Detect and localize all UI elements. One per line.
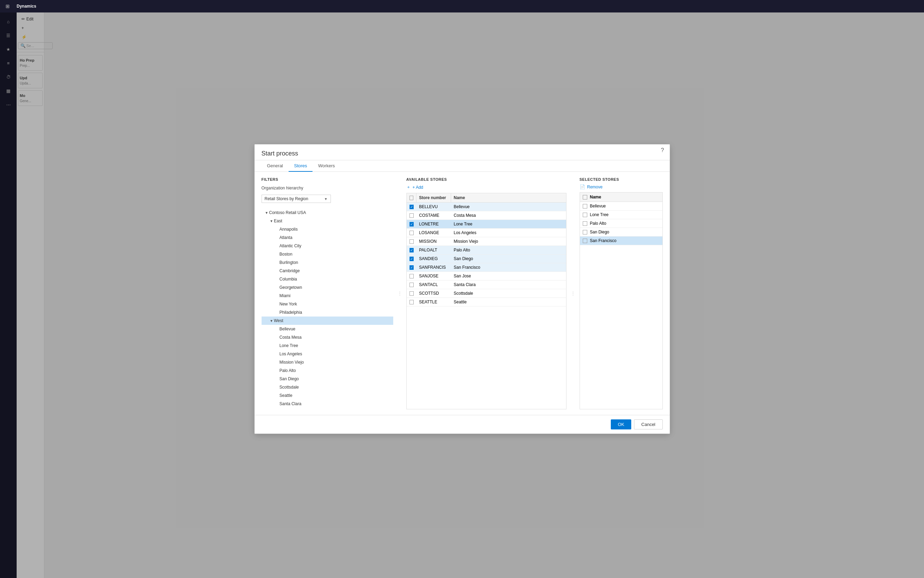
tree-node-new-york[interactable]: New York xyxy=(262,300,393,308)
tree-node-san-francisco[interactable]: San Francisco xyxy=(262,408,393,409)
selected-check-bellevue[interactable] xyxy=(583,204,587,208)
store-row-sanfrancis[interactable]: ✓ SANFRANCIS San Francisco xyxy=(407,263,566,272)
row-checkbox-costame[interactable] xyxy=(410,213,414,218)
resize-handle-2[interactable] xyxy=(572,177,574,409)
selected-row-san-francisco[interactable]: San Francisco xyxy=(580,237,662,245)
tree-toggle-root: ▼ xyxy=(264,211,269,215)
tab-workers[interactable]: Workers xyxy=(312,160,340,172)
add-icon: ＋ xyxy=(407,184,410,190)
selected-row-bellevue[interactable]: Bellevue xyxy=(580,202,662,211)
selected-name-san-francisco: San Francisco xyxy=(590,238,617,243)
tree-label-root: Contoso Retail USA xyxy=(269,210,306,215)
document-icon: 📄 xyxy=(580,184,585,190)
store-row-paloalt[interactable]: ✓ PALOALT Palo Alto xyxy=(407,246,566,255)
app-nav-bar: ⊞ Dynamics xyxy=(0,0,924,13)
tab-general[interactable]: General xyxy=(262,160,289,172)
help-icon[interactable]: ? xyxy=(661,147,664,153)
row-checkbox-sanjose[interactable] xyxy=(410,274,414,278)
header-store-number: Store number xyxy=(416,193,451,202)
row-checkbox-lonetre[interactable]: ✓ xyxy=(410,222,414,226)
dialog-footer: OK Cancel xyxy=(255,415,670,434)
dropdown-value: Retail Stores by Region xyxy=(265,196,323,201)
selected-check-lone-tree[interactable] xyxy=(583,213,587,217)
store-number-mission: MISSION xyxy=(416,237,451,245)
store-row-sanjose[interactable]: SANJOSE San Jose xyxy=(407,272,566,281)
store-name-losange: Los Angeles xyxy=(451,229,566,237)
ok-button[interactable]: OK xyxy=(611,419,631,429)
filters-title: FILTERS xyxy=(262,177,393,182)
tree-node-seattle[interactable]: Seattle xyxy=(262,391,393,399)
tree-node-east[interactable]: ▼ East xyxy=(262,217,393,225)
tree-node-atlantic-city[interactable]: Atlantic City xyxy=(262,242,393,250)
tree-node-georgetown[interactable]: Georgetown xyxy=(262,283,393,292)
tree-node-lone-tree[interactable]: Lone Tree xyxy=(262,341,393,350)
tree-node-scottsdale[interactable]: Scottsdale xyxy=(262,383,393,391)
tree-node-cambridge[interactable]: Cambridge xyxy=(262,267,393,275)
add-store-button[interactable]: ＋ + Add xyxy=(407,184,566,190)
selected-header-name: Name xyxy=(590,195,602,200)
store-row-costame[interactable]: COSTAME Costa Mesa xyxy=(407,211,566,220)
row-checkbox-mission[interactable] xyxy=(410,239,414,244)
remove-store-button[interactable]: 📄 Remove xyxy=(580,184,663,190)
dialog-overlay: ? Start process General Stores Workers F… xyxy=(0,0,924,578)
selected-check-san-diego[interactable] xyxy=(583,230,587,234)
store-row-sandieg[interactable]: ✓ SANDIEG San Diego xyxy=(407,255,566,263)
selected-header-check[interactable] xyxy=(583,195,587,200)
resize-handle-1[interactable] xyxy=(399,177,401,409)
row-checkbox-losange[interactable] xyxy=(410,231,414,235)
row-checkbox-santacl[interactable] xyxy=(410,283,414,287)
available-stores-panel: AVAILABLE STORES ＋ + Add Store number Na… xyxy=(407,177,566,409)
store-name-bellevu: Bellevue xyxy=(451,203,566,211)
tree-node-costa-mesa[interactable]: Costa Mesa xyxy=(262,333,393,341)
row-checkbox-paloalt[interactable]: ✓ xyxy=(410,248,414,252)
tree-node-miami[interactable]: Miami xyxy=(262,292,393,300)
tree-node-burlington[interactable]: Burlington xyxy=(262,258,393,267)
row-checkbox-seattle[interactable] xyxy=(410,300,414,304)
store-name-sanfrancis: San Francisco xyxy=(451,263,566,271)
selected-stores-title: SELECTED STORES xyxy=(580,177,663,182)
tree-node-west[interactable]: ▼ West xyxy=(262,317,393,325)
tree-node-annapolis[interactable]: Annapolis xyxy=(262,225,393,234)
cancel-button[interactable]: Cancel xyxy=(634,419,662,429)
tree-node-santa-clara[interactable]: Santa Clara xyxy=(262,399,393,408)
store-row-losange[interactable]: LOSANGE Los Angeles xyxy=(407,229,566,237)
tree-node-columbia[interactable]: Columbia xyxy=(262,275,393,283)
header-check[interactable] xyxy=(407,193,416,202)
row-checkbox-bellevu[interactable]: ✓ xyxy=(410,205,414,209)
tree-node-mission-viejo[interactable]: Mission Viejo xyxy=(262,358,393,366)
tree-node-palo-alto[interactable]: Palo Alto xyxy=(262,366,393,375)
store-row-scottsd[interactable]: SCOTTSD Scottsdale xyxy=(407,289,566,298)
store-name-santacl: Santa Clara xyxy=(451,281,566,289)
tree-node-atlanta[interactable]: Atlanta xyxy=(262,234,393,242)
store-row-santacl[interactable]: SANTACL Santa Clara xyxy=(407,281,566,289)
selected-check-palo-alto[interactable] xyxy=(583,221,587,226)
tree-node-boston[interactable]: Boston xyxy=(262,250,393,258)
tree-node-bellevue[interactable]: Bellevue xyxy=(262,325,393,333)
selected-row-san-diego[interactable]: San Diego xyxy=(580,228,662,237)
org-hierarchy-dropdown[interactable]: Retail Stores by Region ▼ xyxy=(262,195,331,203)
row-checkbox-sandieg[interactable]: ✓ xyxy=(410,257,414,261)
select-all-checkbox[interactable] xyxy=(410,196,413,200)
store-row-bellevu[interactable]: ✓ BELLEVU Bellevue xyxy=(407,203,566,211)
store-row-lonetre[interactable]: ✓ LONETRE Lone Tree xyxy=(407,220,566,229)
tree-node-philadelphia[interactable]: Philadelphia xyxy=(262,308,393,317)
store-number-sanfrancis: SANFRANCIS xyxy=(416,263,451,271)
dialog-tabs: General Stores Workers xyxy=(255,160,670,172)
tree-node-root[interactable]: ▼ Contoso Retail USA xyxy=(262,208,393,217)
store-number-santacl: SANTACL xyxy=(416,281,451,289)
dialog-body: FILTERS Organization hierarchy Retail St… xyxy=(255,172,670,415)
selected-row-palo-alto[interactable]: Palo Alto xyxy=(580,219,662,228)
selected-check-san-francisco[interactable] xyxy=(583,239,587,243)
store-name-lonetre: Lone Tree xyxy=(451,220,566,228)
row-checkbox-scottsd[interactable] xyxy=(410,291,414,296)
store-row-seattle[interactable]: SEATTLE Seattle xyxy=(407,298,566,307)
tree-node-san-diego[interactable]: San Diego xyxy=(262,375,393,383)
store-row-mission[interactable]: MISSION Mission Viejo xyxy=(407,237,566,246)
tree-toggle-west: ▼ xyxy=(269,319,274,323)
selected-row-lone-tree[interactable]: Lone Tree xyxy=(580,211,662,219)
row-checkbox-sanfrancis[interactable]: ✓ xyxy=(410,265,414,270)
grid-icon[interactable]: ⊞ xyxy=(3,2,13,11)
tab-stores[interactable]: Stores xyxy=(289,160,313,172)
store-number-lonetre: LONETRE xyxy=(416,220,451,228)
tree-node-los-angeles[interactable]: Los Angeles xyxy=(262,350,393,358)
